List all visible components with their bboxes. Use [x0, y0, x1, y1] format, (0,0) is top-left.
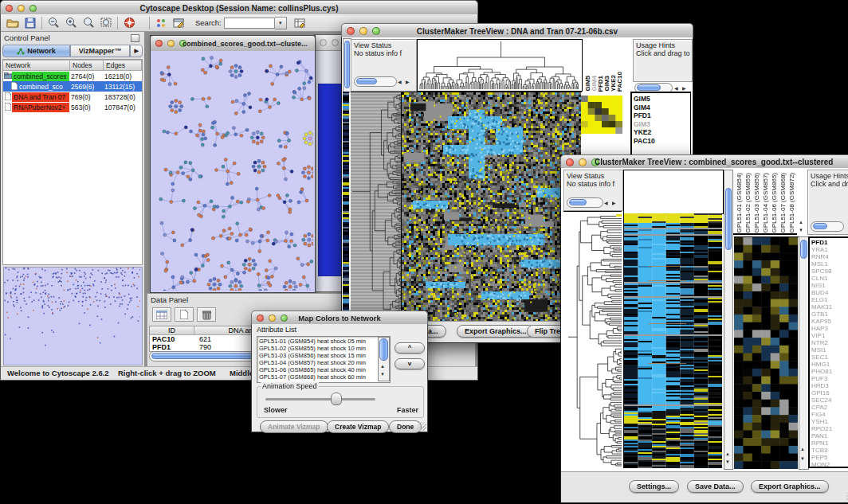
scroll-left-icon[interactable]: ◀ [674, 85, 678, 92]
tv2-gene-item[interactable]: PHO81 [810, 368, 848, 375]
attribute-browser-button[interactable] [292, 16, 309, 30]
scroll-right-icon[interactable]: ▶ [612, 200, 616, 206]
tv2-gene-item[interactable]: VIP1 [810, 332, 848, 339]
tv2-gene-item[interactable]: HRD3 [810, 382, 848, 389]
tv2-gene-item[interactable]: KAP95 [810, 318, 848, 325]
scroll-right-icon[interactable]: ▶ [682, 85, 686, 92]
tv2-hints-scrollbar[interactable] [811, 221, 844, 232]
delete-attribute-icon[interactable] [197, 307, 216, 322]
attribute-item[interactable]: GPL51-07 (GSM868) heat shock 60 min [257, 373, 390, 381]
select-attributes-icon[interactable] [152, 307, 171, 322]
search-input[interactable] [224, 18, 275, 29]
tv1-gene-item[interactable]: GIM5 [632, 95, 690, 104]
scroll-up-icon[interactable]: ▲ [799, 219, 803, 225]
scroll-down-icon[interactable]: ▼ [799, 227, 803, 233]
tv2-gene-item[interactable]: RNR4 [810, 253, 848, 260]
treeview1-titlebar[interactable]: ClusterMaker TreeView : DNA and Tran 07-… [341, 23, 693, 39]
speed-slider-track[interactable] [265, 398, 375, 400]
tv1-main-heatmap[interactable] [402, 92, 581, 323]
tv2-gene-item[interactable]: CLN1 [810, 275, 848, 282]
search-dropdown-button[interactable]: ▼ [275, 17, 287, 29]
tv2-gene-item[interactable]: HAP3 [810, 325, 848, 332]
create-attribute-icon[interactable] [175, 307, 194, 322]
tv2-gene-item[interactable]: SEC24 [810, 397, 848, 404]
save-session-button[interactable] [22, 16, 39, 30]
tv2-gene-item[interactable]: SPC98 [810, 268, 848, 275]
speed-slider-thumb[interactable] [331, 393, 342, 405]
tv2-gene-item[interactable]: GTB1 [810, 311, 848, 318]
attribute-list-scrollbar[interactable]: ▲ ▼ [378, 337, 390, 381]
attribute-item[interactable]: GPL51-02 (GSM855) heat shock 10 min [257, 345, 390, 352]
scroll-up-icon[interactable]: ▲ [800, 446, 805, 452]
tv2-gene-item[interactable]: CPA2 [810, 404, 848, 411]
tab-vizmapper[interactable]: VizMapper™ [70, 45, 130, 57]
scroll-left-icon[interactable]: ◀ [398, 79, 402, 85]
tv2-gene-item[interactable]: BUD4 [810, 289, 848, 296]
scroll-down-icon[interactable]: ▼ [380, 371, 385, 377]
tv2-column-dendrogram-area[interactable] [623, 170, 724, 214]
tv2-main-heatmap[interactable] [624, 213, 722, 468]
tv2-gene-item[interactable]: RPN1 [810, 440, 848, 447]
tv2-zoom-heatmap[interactable] [734, 237, 798, 469]
tv2-gene-item[interactable]: YRA1 [810, 246, 848, 253]
network-row[interactable]: combined_scores 2764(0) 16218(0) [3, 71, 142, 81]
tv1-zoom-heatmap[interactable] [581, 96, 622, 134]
tv1-gene-item[interactable]: GIM4 [632, 104, 690, 112]
tv2-status-scrollbar[interactable] [567, 197, 603, 208]
tv2-row-dendrogram[interactable] [563, 212, 622, 469]
attribute-item[interactable]: GPL51-06 (GSM865) heat shock 40 min [257, 366, 390, 373]
tab-overflow-arrow[interactable]: ▶ [130, 45, 143, 57]
tv1-column-label[interactable]: PAC10 [617, 72, 623, 92]
vizmapper-button[interactable] [152, 16, 170, 30]
move-down-button[interactable]: v [395, 358, 425, 369]
create-vizmap-button[interactable]: Create Vizmap [327, 420, 389, 433]
tv2-gene-item[interactable]: PAN1 [810, 432, 848, 440]
tv2-column-label[interactable]: GPL51-06 (GSM865) [770, 173, 779, 233]
attribute-item[interactable]: GPL51-01 (GSM854) heat shock 05 min [257, 338, 390, 345]
column-header-network[interactable]: Network [3, 60, 70, 71]
tv2-column-label[interactable]: GPL51-02 (GSM855) [744, 173, 752, 233]
scroll-up-icon[interactable]: ▲ [725, 451, 730, 457]
minimize-button[interactable] [579, 158, 587, 166]
tv2-export-graphics-button[interactable]: Export Graphics... [751, 480, 829, 493]
tab-network[interactable]: Network [2, 45, 70, 57]
animate-vizmap-button[interactable]: Animate Vizmap [260, 420, 328, 433]
tv1-status-scrollbar[interactable] [354, 76, 397, 87]
open-session-button[interactable] [4, 16, 22, 30]
tv1-export-graphics-button[interactable]: Export Graphics... [457, 325, 535, 338]
scroll-left-icon[interactable]: ◀ [604, 200, 608, 206]
tv2-column-label[interactable]: GPL51-07 (GSM868) [779, 173, 787, 233]
tv2-main-vscrollbar[interactable]: ▲ ▼ [724, 170, 733, 470]
main-window-titlebar[interactable]: Cytoscape Desktop (Session Name: collins… [0, 0, 478, 16]
network-row[interactable]: RNAPuberNov2+ 563(0) 107847(0) [3, 102, 142, 112]
scroll-down-icon[interactable]: ▼ [800, 455, 805, 462]
zoom-selected-button[interactable] [80, 16, 97, 30]
tv2-gene-item[interactable]: MON2 [810, 461, 848, 468]
tv1-global-pixel-strip[interactable] [343, 92, 349, 322]
zoom-fit-button[interactable] [97, 16, 115, 30]
tv1-gene-item[interactable]: PFD1 [632, 111, 690, 120]
tv2-gene-item[interactable]: PFD1 [810, 239, 848, 246]
tv1-gene-item[interactable]: GIM3 [632, 120, 690, 129]
birdseye-view[interactable] [3, 267, 143, 365]
tv2-gene-item[interactable]: MAK31 [810, 303, 848, 311]
attribute-item[interactable]: GPL51-04 (GSM857) heat shock 20 min [257, 359, 390, 366]
scroll-right-icon[interactable]: ▶ [406, 79, 410, 85]
float-panel-icon[interactable] [131, 34, 139, 42]
network-graph-canvas[interactable] [151, 51, 313, 291]
tv2-gene-item[interactable]: PUF3 [810, 375, 848, 382]
tv2-save-data-button[interactable]: Save Data... [687, 480, 744, 493]
help-lifering-button[interactable] [120, 16, 138, 30]
tv2-settings-button[interactable]: Settings... [629, 480, 679, 493]
tv2-gene-item[interactable]: NTR2 [810, 339, 848, 346]
tv2-gene-item[interactable]: FIG4 [810, 411, 848, 418]
tv2-column-label[interactable]: GPL51-01 (GSM854) [735, 173, 744, 233]
tv1-gene-item[interactable]: PAC10 [632, 137, 690, 146]
tv2-gene-item[interactable]: GPI16 [810, 389, 848, 397]
column-header-nodes[interactable]: Nodes [70, 60, 104, 71]
tv2-column-label[interactable]: GPL51-08 (GSM872) [787, 173, 796, 233]
zoom-out-button[interactable] [45, 16, 62, 30]
tv2-gene-item[interactable]: RPO21 [810, 425, 848, 432]
network-row[interactable]: combined_sco 2569(6) 13112(15) [3, 81, 142, 92]
tv1-row-dendrogram[interactable] [351, 92, 401, 323]
